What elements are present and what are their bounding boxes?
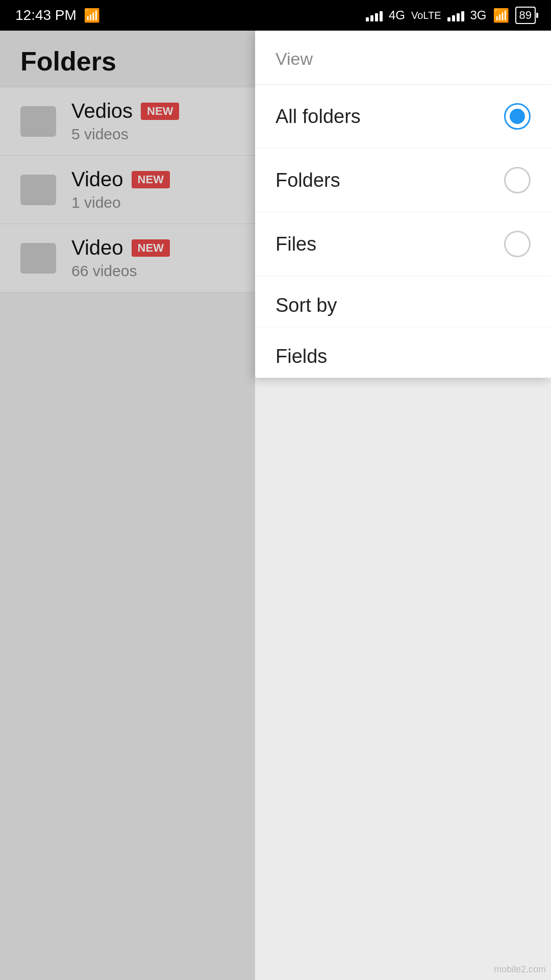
bar2: [452, 15, 455, 21]
sort-by-label: Sort by: [276, 295, 337, 316]
dim-overlay[interactable]: [0, 31, 255, 980]
radio-all-folders[interactable]: [504, 103, 531, 130]
main-content: Folders Vedios NEW 5 videos Video NEW 1 …: [0, 31, 551, 980]
bar3: [457, 13, 460, 21]
radio-folders[interactable]: [504, 167, 531, 193]
files-option[interactable]: Files: [255, 212, 551, 276]
bar4: [461, 11, 464, 21]
bar2: [370, 15, 373, 21]
folders-label: Folders: [276, 169, 340, 191]
all-folders-option[interactable]: All folders: [255, 85, 551, 149]
bar1: [447, 17, 450, 21]
battery-indicator: 89: [515, 7, 536, 24]
wifi-icon: 📶: [84, 8, 100, 23]
volte-label: VoLTE: [411, 10, 441, 21]
radio-files[interactable]: [504, 231, 531, 257]
watermark: mobile2.com: [494, 964, 546, 975]
signal-bars-3g: [447, 9, 464, 21]
wifi-icon-2: 📶: [493, 8, 509, 23]
bar3: [375, 13, 378, 21]
status-left: 12:43 PM 📶: [15, 7, 100, 23]
files-label: Files: [276, 233, 316, 255]
network-3g-label: 3G: [470, 8, 487, 22]
status-right: 4G VoLTE 3G 📶 89: [366, 7, 536, 24]
all-folders-label: All folders: [276, 106, 361, 128]
fields-section[interactable]: Fields: [255, 327, 551, 378]
bar4: [380, 11, 383, 21]
folders-option[interactable]: Folders: [255, 149, 551, 212]
dropdown-header-label: View: [276, 49, 313, 68]
signal-bars-4g: [366, 9, 383, 21]
dropdown-panel: View All folders Folders Files Sort by F…: [255, 31, 551, 378]
sort-by-section[interactable]: Sort by: [255, 276, 551, 327]
battery-level: 89: [519, 9, 532, 21]
fields-label: Fields: [276, 346, 327, 367]
dropdown-header: View: [255, 31, 551, 85]
time-display: 12:43 PM: [15, 7, 77, 23]
status-bar: 12:43 PM 📶 4G VoLTE 3G 📶 89: [0, 0, 551, 31]
network-4g-label: 4G: [389, 8, 405, 22]
radio-inner: [510, 109, 525, 124]
bar1: [366, 17, 369, 21]
